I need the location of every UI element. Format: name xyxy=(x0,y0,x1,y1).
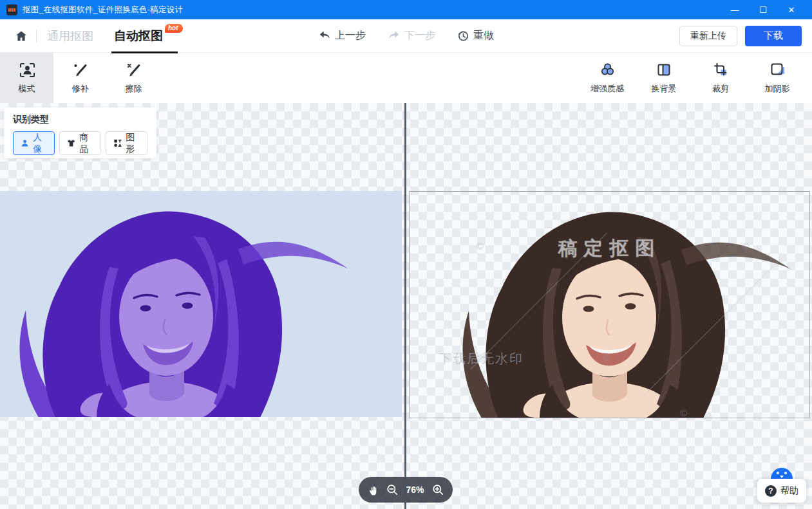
add-shadow-icon xyxy=(769,61,786,79)
history-clock-icon xyxy=(457,30,469,42)
recognition-type-panel: 识别类型 人像 商品 xyxy=(4,107,156,158)
toolbar-right-group: 增强质感 换背景 裁剪 加阴影 xyxy=(579,53,812,103)
tool-change-bg[interactable]: 换背景 xyxy=(636,53,692,103)
tool-repair[interactable]: 修补 xyxy=(53,53,107,103)
change-background-icon xyxy=(656,61,673,79)
type-portrait-button[interactable]: 人像 xyxy=(13,131,55,155)
home-icon[interactable] xyxy=(10,25,32,47)
window-controls: — ☐ ✕ xyxy=(721,0,806,19)
tool-enhance[interactable]: 增强质感 xyxy=(579,53,636,103)
type-portrait-label: 人像 xyxy=(33,132,47,155)
tool-shadow-label: 加阴影 xyxy=(765,83,790,95)
tool-crop-label: 裁剪 xyxy=(712,83,729,95)
redo-label: 下一步 xyxy=(404,29,435,42)
tool-enhance-label: 增强质感 xyxy=(590,83,624,95)
nav-bar: 通用抠图 自动抠图hot 上一步 下一步 重做 重新上传 下载 xyxy=(0,19,812,53)
zoom-in-icon[interactable] xyxy=(431,483,444,496)
app-logo-icon xyxy=(6,5,17,15)
redo-all-label: 重做 xyxy=(473,29,494,42)
erase-brush-icon xyxy=(126,62,142,79)
editor-canvas[interactable]: 识别类型 人像 商品 xyxy=(0,103,812,509)
window-title: 抠图_在线抠图软件_证件照换底色-稿定设计 xyxy=(23,5,183,15)
portrait-mask-preview xyxy=(0,191,402,417)
pan-hand-icon[interactable] xyxy=(367,484,379,495)
repair-brush-icon xyxy=(72,62,89,79)
titlebar: 抠图_在线抠图软件_证件照换底色-稿定设计 — ☐ ✕ xyxy=(0,0,812,19)
portrait-person-icon xyxy=(21,138,29,149)
close-icon[interactable]: ✕ xyxy=(777,0,806,19)
question-mark-icon: ? xyxy=(765,485,777,497)
tool-shadow[interactable]: 加阴影 xyxy=(749,53,806,103)
mode-person-brackets-icon xyxy=(19,62,35,79)
minimize-icon[interactable]: — xyxy=(721,0,749,19)
hot-badge: hot xyxy=(165,24,183,33)
help-label: 帮助 xyxy=(780,485,798,497)
zoom-level: 76% xyxy=(406,485,424,495)
cutout-result-image[interactable]: 稿定抠图 下载后无水印 © © © © xyxy=(409,191,810,418)
tool-crop[interactable]: 裁剪 xyxy=(692,53,749,103)
help-button[interactable]: ? 帮助 xyxy=(757,479,806,503)
nav-actions: 重新上传 下载 xyxy=(679,26,802,46)
shapes-icon xyxy=(113,138,122,149)
copyright-mark: © xyxy=(477,241,484,252)
undo-label: 上一步 xyxy=(335,29,366,42)
watermark-note: 下载后无水印 xyxy=(439,350,524,367)
undo-arrow-icon xyxy=(318,30,330,41)
tab-auto-label: 自动抠图 xyxy=(114,29,163,42)
enhance-circles-icon xyxy=(599,61,616,79)
compare-divider[interactable] xyxy=(404,103,406,509)
tab-general-cutout[interactable]: 通用抠图 xyxy=(46,28,95,44)
tool-erase[interactable]: 擦除 xyxy=(107,53,160,103)
redo-arrow-icon xyxy=(388,30,400,41)
type-graphic-button[interactable]: 图形 xyxy=(106,131,147,155)
assistant-bot-icon[interactable] xyxy=(771,468,793,479)
original-image-masked[interactable] xyxy=(0,191,402,417)
type-product-button[interactable]: 商品 xyxy=(59,131,101,155)
tool-repair-label: 修补 xyxy=(72,83,89,95)
copyright-mark: © xyxy=(603,353,610,364)
recognition-type-title: 识别类型 xyxy=(13,114,147,125)
help-widget: ? 帮助 xyxy=(757,468,806,503)
nav-separator xyxy=(36,30,37,42)
tab-auto-cutout[interactable]: 自动抠图hot xyxy=(113,28,184,44)
tool-erase-label: 擦除 xyxy=(126,83,142,95)
tool-mode-label: 模式 xyxy=(19,83,35,95)
copyright-mark: © xyxy=(680,407,687,418)
redo-all-button[interactable]: 重做 xyxy=(457,29,494,42)
zoom-out-icon[interactable] xyxy=(386,483,399,496)
toolbar: 模式 修补 擦除 增强质感 xyxy=(0,53,812,103)
reupload-button[interactable]: 重新上传 xyxy=(679,26,737,46)
portrait-cutout xyxy=(443,192,810,418)
tshirt-icon xyxy=(67,138,75,149)
crop-icon xyxy=(712,61,730,79)
download-button[interactable]: 下载 xyxy=(745,26,802,46)
copyright-mark: © xyxy=(742,241,749,252)
redo-button[interactable]: 下一步 xyxy=(388,29,435,42)
type-graphic-label: 图形 xyxy=(126,132,140,155)
tool-mode[interactable]: 模式 xyxy=(0,53,53,103)
undo-button[interactable]: 上一步 xyxy=(318,29,366,42)
maximize-icon[interactable]: ☐ xyxy=(749,0,777,19)
history-controls: 上一步 下一步 重做 xyxy=(318,29,494,42)
watermark-text: 稿定抠图 xyxy=(558,236,661,262)
type-product-label: 商品 xyxy=(79,132,93,155)
tool-change-bg-label: 换背景 xyxy=(652,83,677,95)
